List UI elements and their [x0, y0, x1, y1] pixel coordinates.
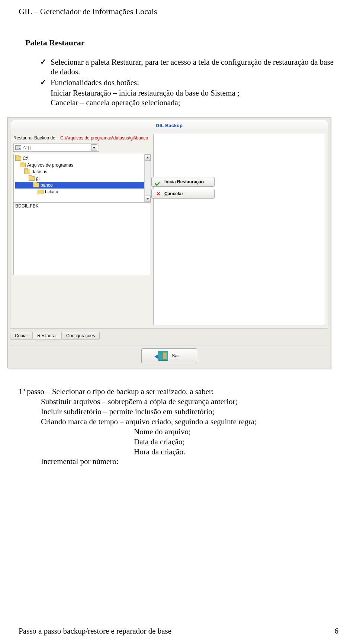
left-pane: Restaurar Backup de: C:\Arquivos de prog… [13, 134, 151, 328]
bullet-1: Selecionar a paleta Restaurar, para ter … [40, 57, 338, 77]
cancel-label: Cancelar [164, 191, 183, 196]
scrollbar-vertical[interactable] [144, 154, 151, 202]
step1-opt3a: Nome do arquivo; [134, 427, 338, 437]
backup-path-row: Restaurar Backup de: C:\Arquivos de prog… [13, 135, 151, 141]
scroll-up-button[interactable] [145, 154, 151, 161]
section-title: Paleta Restaurar [25, 38, 338, 48]
bottom-tabs: Copiar Restaurar Configurações [10, 332, 328, 340]
tree-item[interactable]: datasus [15, 168, 144, 175]
step1-opt3c: Hora da criação. [134, 447, 338, 457]
tab-copiar[interactable]: Copiar [10, 332, 33, 340]
step1-line: 1º passo – Selecionar o tipo de backup a… [19, 387, 338, 397]
drive-icon [15, 145, 21, 150]
tree-item-label: banco [41, 183, 53, 188]
folder-open-icon [15, 156, 21, 161]
tree-item-label: C:\ [23, 156, 28, 161]
cancel-button[interactable]: ✕ Cancelar [151, 189, 215, 199]
tree-item-label: gil [36, 176, 41, 181]
step1-opt3: Criando marca de tempo – arquivo criado,… [41, 417, 338, 427]
window-titlebar: GIL Backup [10, 120, 328, 131]
chevron-down-icon[interactable] [91, 144, 97, 151]
drive-select-value: c: [] [23, 145, 30, 150]
tab-restaurar[interactable]: Restaurar [32, 332, 62, 340]
path-value: C:\Arquivos de programas\datasus\gil\ban… [60, 135, 148, 141]
step1-opt1: Substituir arquivos – sobrepõem a cópia … [41, 397, 338, 407]
step1-opt2: Incluir subdiretório – permite inclusão … [41, 407, 338, 417]
folder-open-icon [20, 163, 26, 167]
tab-configuracoes[interactable]: Configurações [61, 332, 100, 340]
tree-item[interactable]: Arquivos de programas [15, 162, 144, 168]
post-text-block: 1º passo – Selecionar o tipo de backup a… [19, 387, 338, 467]
tree-item-label: Arquivos de programas [27, 162, 73, 168]
log-output [153, 134, 325, 325]
exit-icon [158, 351, 168, 361]
check-icon [155, 179, 161, 184]
panel-body: Restaurar Backup de: C:\Arquivos de prog… [10, 131, 328, 329]
exit-bar: Sair [10, 345, 328, 366]
bullet-2-head: Funcionalidades dos botões: [51, 78, 139, 87]
doc-header: GIL – Gerenciador de Informações Locais [19, 7, 338, 16]
app-screenshot: GIL Backup Restaurar Backup de: C:\Arqui… [7, 117, 331, 368]
tree-item[interactable]: gil [15, 175, 144, 182]
bullet-list: Selecionar a paleta Restaurar, para ter … [40, 57, 338, 87]
right-pane [153, 134, 325, 328]
footer-title: Passo a passo backup/restore e reparador… [19, 627, 171, 636]
file-item[interactable]: BDGIL.FBK [15, 203, 149, 209]
tree-item[interactable]: bckatu [15, 189, 144, 195]
tree-item[interactable]: C:\ [15, 155, 144, 162]
step1-opt4: Incremental por número: [41, 457, 338, 467]
file-list[interactable]: BDGIL.FBK [13, 202, 151, 275]
folder-icon [38, 190, 44, 194]
tree-item-selected[interactable]: banco [15, 182, 144, 189]
folder-open-icon [33, 183, 39, 187]
tree-item-label: datasus [32, 169, 47, 174]
folder-open-icon [24, 170, 30, 174]
bullet-2-sub1: Iniciar Restauração – inicia restauração… [51, 88, 338, 98]
start-restore-label: Inicia Restauração [164, 179, 204, 184]
folder-tree[interactable]: C:\ Arquivos de programas datasus g [13, 154, 151, 202]
exit-label: Sair [172, 353, 180, 358]
drive-select[interactable]: c: [] [13, 144, 99, 152]
start-restore-button[interactable]: Inicia Restauração [151, 177, 215, 187]
tree-item-label: bckatu [45, 189, 58, 194]
step1-opt3b: Data da criação; [134, 437, 338, 447]
page-number: 6 [335, 627, 339, 636]
window-title: GIL Backup [156, 123, 183, 128]
bullet-2: Funcionalidades dos botões: [40, 78, 338, 87]
close-icon: ✕ [155, 191, 161, 197]
exit-button[interactable]: Sair [141, 348, 197, 363]
folder-open-icon [29, 176, 35, 181]
path-label: Restaurar Backup de: [13, 135, 57, 141]
bullet-2-sub2: Cancelar – cancela operação selecionada; [51, 98, 338, 107]
scroll-down-button[interactable] [145, 196, 151, 202]
